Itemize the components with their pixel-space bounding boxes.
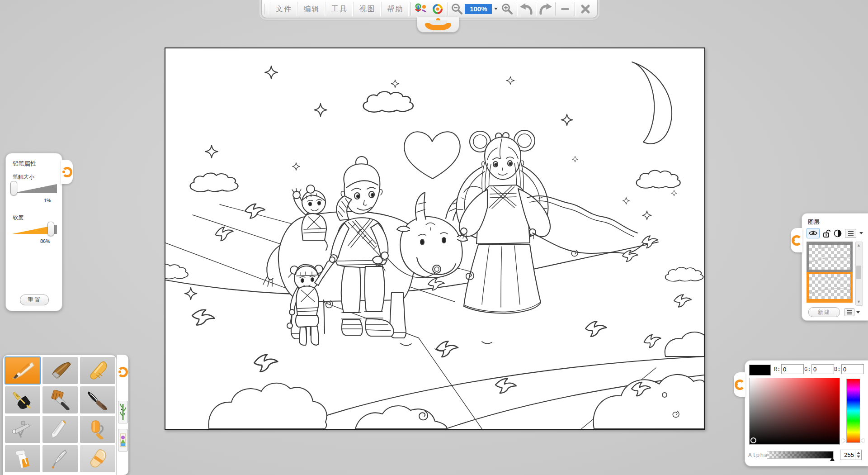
visibility-eye-icon <box>809 230 817 236</box>
picture-stamp-button[interactable] <box>118 429 128 451</box>
tool-flat-brush[interactable] <box>42 386 78 413</box>
layer-visibility-button[interactable] <box>807 228 820 238</box>
layer-blend-menu-button[interactable] <box>845 229 856 238</box>
alpha-marker[interactable] <box>830 457 835 461</box>
spin-down-icon <box>857 456 860 458</box>
undo-button[interactable] <box>518 2 534 16</box>
bamboo-stamp-button[interactable] <box>118 401 128 423</box>
zoom-level-display[interactable]: 100% <box>465 4 492 14</box>
current-color-swatch[interactable] <box>749 365 771 375</box>
saturation-value-picker[interactable] <box>749 378 840 445</box>
pencil-panel-collapse-handle[interactable] <box>61 160 73 184</box>
tool-eraser[interactable] <box>80 445 115 472</box>
paint-face-icon <box>414 3 428 15</box>
toolbar-clown-handle[interactable] <box>417 17 459 33</box>
tool-pencil[interactable] <box>5 357 40 384</box>
layers-menu-button[interactable] <box>844 308 854 316</box>
red-label: R: <box>774 366 780 373</box>
weaver-girl <box>457 130 644 313</box>
close-icon <box>580 4 590 14</box>
layers-panel-collapse-handle[interactable] <box>791 228 802 252</box>
tool-paint-jar[interactable] <box>5 445 40 472</box>
alpha-label: Alpha <box>748 452 768 459</box>
menu-help[interactable]: 帮助 <box>381 2 409 16</box>
alpha-spinner[interactable] <box>855 450 861 460</box>
toolbar-grip[interactable] <box>264 4 269 14</box>
cowherd-weaver-line-art <box>165 48 704 429</box>
zoom-out-icon <box>451 3 463 15</box>
ink-brush-icon <box>85 390 111 410</box>
handle-dot-icon <box>62 171 65 173</box>
reset-button[interactable]: 重置 <box>20 294 49 305</box>
layers-panel-title: 图层 <box>808 218 820 226</box>
tool-charcoal-pencil[interactable] <box>42 357 78 384</box>
pencil-properties-panel: 铅笔属性 笔触大小 1% 软度 86% 重置 <box>5 153 62 311</box>
close-button[interactable] <box>576 2 594 16</box>
color-panel-collapse-handle[interactable] <box>734 372 745 397</box>
blue-field[interactable] <box>841 364 864 374</box>
separator <box>410 2 411 16</box>
menu-edit[interactable]: 编辑 <box>297 2 326 16</box>
clown-smile-icon <box>425 23 451 30</box>
layer-list-scrollbar[interactable]: ▲ ▼ <box>855 242 863 306</box>
tool-airbrush[interactable] <box>5 416 40 443</box>
zoom-in-button[interactable] <box>500 2 515 16</box>
picture-stamp-icon <box>120 431 126 449</box>
layer-lock-button[interactable] <box>823 229 830 238</box>
separator <box>536 2 536 16</box>
layer-sketch-preview <box>809 245 850 270</box>
hue-marker-right[interactable] <box>861 438 864 443</box>
alpha-field[interactable] <box>840 450 855 460</box>
tool-palette-side-strip <box>117 355 128 475</box>
menu-tools[interactable]: 工具 <box>326 2 354 16</box>
softness-slider[interactable] <box>11 222 57 237</box>
layer-thumbnail-bottom[interactable] <box>807 272 853 303</box>
paint-roller-icon <box>85 419 111 439</box>
airbrush-icon <box>9 419 36 439</box>
hue-slider[interactable] <box>846 379 860 443</box>
brush-size-value: 1% <box>44 198 51 203</box>
red-field[interactable] <box>781 364 804 374</box>
hue-marker-left[interactable] <box>842 438 845 443</box>
redo-button[interactable] <box>538 2 554 16</box>
main-toolbar: 文件 编辑 工具 视图 帮助 100% <box>261 0 598 18</box>
tool-carving-knife[interactable] <box>42 445 78 472</box>
zoom-level-dropdown[interactable] <box>492 2 500 16</box>
tool-palette-collapse-handle[interactable] <box>117 357 128 386</box>
minimize-button[interactable] <box>557 2 573 16</box>
separator <box>448 2 448 16</box>
scrollbar-thumb[interactable] <box>856 266 861 279</box>
layers-panel: 图层 <box>802 213 868 321</box>
menu-file[interactable]: 文件 <box>270 2 298 16</box>
new-layer-button[interactable]: 新建 <box>808 307 840 317</box>
tool-ink-brush[interactable] <box>80 386 115 413</box>
scroll-up-icon[interactable]: ▲ <box>857 243 861 247</box>
tool-fountain-pen[interactable] <box>5 386 40 413</box>
color-wheel-button[interactable] <box>429 2 446 16</box>
zoom-in-icon <box>501 3 513 15</box>
eraser-icon <box>85 449 111 469</box>
chevron-down-icon[interactable] <box>859 232 863 234</box>
tool-paint-roller[interactable] <box>80 416 115 443</box>
drawing-canvas[interactable] <box>165 48 705 430</box>
green-field[interactable] <box>811 364 834 374</box>
tool-palette-knife[interactable] <box>42 416 78 443</box>
scroll-down-icon[interactable]: ▼ <box>857 300 861 304</box>
brush-size-slider-handle[interactable] <box>10 181 17 195</box>
softness-slider-handle[interactable] <box>47 222 54 236</box>
brush-size-slider[interactable] <box>11 181 57 196</box>
alpha-slider[interactable] <box>767 451 834 459</box>
layer-thumbnail-top[interactable] <box>807 242 853 272</box>
paint-face-button[interactable] <box>412 2 429 16</box>
layer-opacity-button[interactable] <box>834 229 842 238</box>
softness-value: 86% <box>40 238 50 244</box>
separator <box>575 2 575 16</box>
zoom-out-button[interactable] <box>449 2 465 16</box>
cowherd-man <box>330 157 394 336</box>
unlock-icon <box>823 229 830 238</box>
sv-cursor[interactable] <box>750 437 756 443</box>
tool-crayon[interactable] <box>80 357 115 384</box>
chevron-down-icon[interactable] <box>856 311 860 314</box>
flat-brush-icon <box>47 390 73 410</box>
menu-view[interactable]: 视图 <box>353 2 381 16</box>
